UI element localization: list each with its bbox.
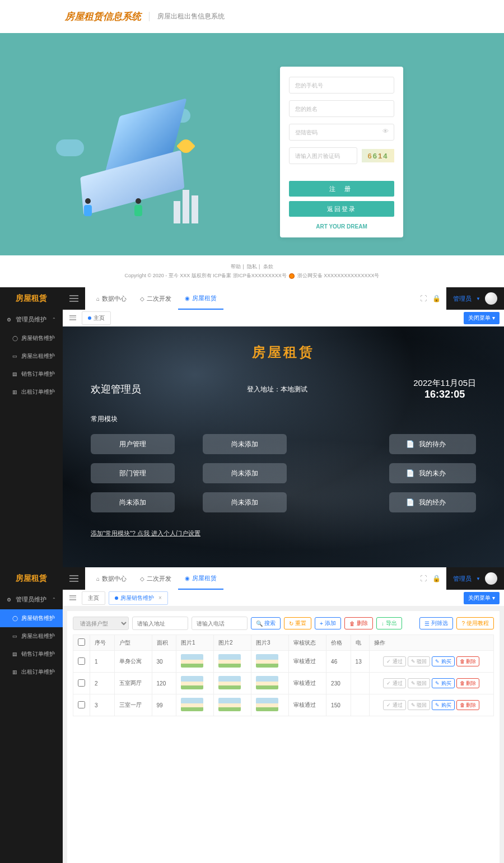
footer-privacy-link[interactable]: 隐私 <box>247 264 257 269</box>
register-button[interactable]: 注 册 <box>289 181 394 197</box>
columns-button[interactable]: ☰列筛选 <box>419 617 453 629</box>
buy-button[interactable]: ✎ 购买 <box>432 678 455 688</box>
thumbnail[interactable] <box>181 654 203 668</box>
sidebar-item[interactable]: ▥出租订单维护 <box>0 663 63 681</box>
lock-icon[interactable]: 🔒 <box>432 575 441 582</box>
reject-button[interactable]: ✎ 驳回 <box>408 678 431 688</box>
export-button[interactable]: ↓导出 <box>376 617 402 629</box>
user-role[interactable]: 管理员 <box>453 575 472 583</box>
search-button[interactable]: 🔍搜索 <box>251 617 281 629</box>
fullscreen-icon[interactable]: ⛶ <box>420 575 427 582</box>
module-tile[interactable]: 用户管理 <box>91 434 175 454</box>
sidebar-group-admin[interactable]: ⚙管理员维护 ⌃ <box>0 590 63 609</box>
close-menu-button[interactable]: 关闭菜单 ▾ <box>464 312 500 324</box>
help-button[interactable]: ?使用教程 <box>456 617 494 629</box>
pass-button[interactable]: ✓ 通过 <box>383 656 406 666</box>
reset-button[interactable]: ↻重置 <box>284 617 311 629</box>
thumbnail[interactable] <box>218 654 241 668</box>
avatar[interactable] <box>485 292 497 305</box>
chevron-down-icon[interactable]: ▼ <box>476 296 480 301</box>
nav-tab[interactable]: ◇二次开发 <box>133 567 178 590</box>
reject-button[interactable]: ✎ 驳回 <box>408 700 431 710</box>
crumb-home-tab[interactable]: 主页 <box>82 591 105 605</box>
nav-tab[interactable]: ◇二次开发 <box>133 287 178 310</box>
sidebar-item[interactable]: ◯房屋销售维护 <box>0 609 63 627</box>
module-tile[interactable]: 📄我的待办 <box>389 434 476 454</box>
eye-icon[interactable]: 👁 <box>382 128 389 134</box>
module-tile[interactable]: 部门管理 <box>91 463 175 483</box>
buy-button[interactable]: ✎ 购买 <box>432 700 455 710</box>
password-input[interactable] <box>289 124 394 141</box>
row-checkbox[interactable] <box>78 657 85 665</box>
column-header: 图片3 <box>251 635 289 651</box>
nav-tab[interactable]: ◉房屋租赁 <box>178 567 223 590</box>
fullscreen-icon[interactable]: ⛶ <box>420 295 427 302</box>
close-icon[interactable]: × <box>158 595 162 601</box>
cell-area: 30 <box>152 651 176 673</box>
crumb-toggle[interactable] <box>67 594 78 601</box>
column-header: 审核状态 <box>289 635 326 651</box>
copyright-text: Copyright © 2020 - 至今 XXX 版权所有 ICP备案 浙IC… <box>125 273 287 278</box>
add-button[interactable]: +添加 <box>315 617 341 629</box>
footer-terms-link[interactable]: 条款 <box>263 264 273 269</box>
thumbnail[interactable] <box>256 654 278 668</box>
lock-icon[interactable]: 🔒 <box>432 295 441 302</box>
row-delete-button[interactable]: 🗑 删除 <box>456 656 480 666</box>
sidebar-item[interactable]: ▤销售订单维护 <box>0 365 63 383</box>
pass-button[interactable]: ✓ 通过 <box>383 678 406 688</box>
sidebar-item[interactable]: ▭房屋出租维护 <box>0 347 63 365</box>
sidebar-item[interactable]: ▥出租订单维护 <box>0 383 63 401</box>
thumbnail[interactable] <box>181 676 203 689</box>
nav-tab[interactable]: ⌂数据中心 <box>90 287 133 310</box>
user-role[interactable]: 管理员 <box>453 295 472 303</box>
nav-tab[interactable]: ⌂数据中心 <box>90 567 133 590</box>
footer-help-link[interactable]: 帮助 <box>231 264 241 269</box>
column-header: 图片1 <box>176 635 214 651</box>
thumbnail[interactable] <box>181 698 203 711</box>
chevron-down-icon[interactable]: ▼ <box>476 576 480 581</box>
row-delete-button[interactable]: 🗑 删除 <box>456 700 480 710</box>
add-module-link[interactable]: 添加"常用模块"? 点我 进入个人门户设置 <box>91 529 200 538</box>
module-tile[interactable]: 📄我的未办 <box>389 463 476 483</box>
module-tile[interactable]: 📄我的经办 <box>389 492 476 512</box>
delete-button[interactable]: 🗑删除 <box>344 617 373 629</box>
back-login-button[interactable]: 返回登录 <box>289 201 394 217</box>
reject-button[interactable]: ✎ 驳回 <box>408 656 431 666</box>
buy-button[interactable]: ✎ 购买 <box>432 656 455 666</box>
phone-input[interactable] <box>192 617 248 630</box>
pass-button[interactable]: ✓ 通过 <box>383 700 406 710</box>
sidebar-item[interactable]: ◯房屋销售维护 <box>0 329 63 347</box>
module-tile[interactable]: 尚未添加 <box>91 492 175 512</box>
crumb-home-tab[interactable]: 主页 <box>82 311 111 325</box>
row-delete-button[interactable]: 🗑 删除 <box>456 678 480 688</box>
captcha-image[interactable]: 6614 <box>362 149 394 162</box>
close-menu-button[interactable]: 关闭菜单 ▾ <box>464 592 500 604</box>
name-input[interactable] <box>289 100 394 117</box>
sidebar-group-admin[interactable]: ⚙管理员维护 ⌃ <box>0 310 63 329</box>
thumbnail[interactable] <box>218 676 241 689</box>
phone-input[interactable] <box>289 77 394 94</box>
thumbnail[interactable] <box>256 698 278 711</box>
row-checkbox[interactable] <box>78 701 85 708</box>
nav-tab[interactable]: ◉房屋租赁 <box>178 287 223 310</box>
captcha-input[interactable] <box>289 147 357 164</box>
avatar[interactable] <box>485 572 497 585</box>
hero-illustration <box>56 106 218 246</box>
sidebar-item[interactable]: ▤销售订单维护 <box>0 645 63 663</box>
module-tile[interactable]: 尚未添加 <box>203 492 287 512</box>
sidebar-toggle[interactable] <box>63 293 85 304</box>
crumb-toggle[interactable] <box>67 314 78 321</box>
row-checkbox[interactable] <box>78 679 85 687</box>
current-date: 2022年11月05日 <box>413 378 476 389</box>
sidebar-toggle[interactable] <box>63 573 85 584</box>
thumbnail[interactable] <box>256 676 278 689</box>
module-tile[interactable]: 尚未添加 <box>203 463 287 483</box>
thumbnail[interactable] <box>218 698 241 711</box>
select-all-checkbox[interactable] <box>78 638 85 646</box>
type-select[interactable]: 请选择户型 <box>73 617 129 630</box>
cell-e <box>351 694 369 716</box>
sidebar-item[interactable]: ▭房屋出租维护 <box>0 627 63 645</box>
crumb-current-tab[interactable]: 房屋销售维护× <box>109 591 168 605</box>
address-input[interactable] <box>132 617 188 630</box>
module-tile[interactable]: 尚未添加 <box>203 434 287 454</box>
